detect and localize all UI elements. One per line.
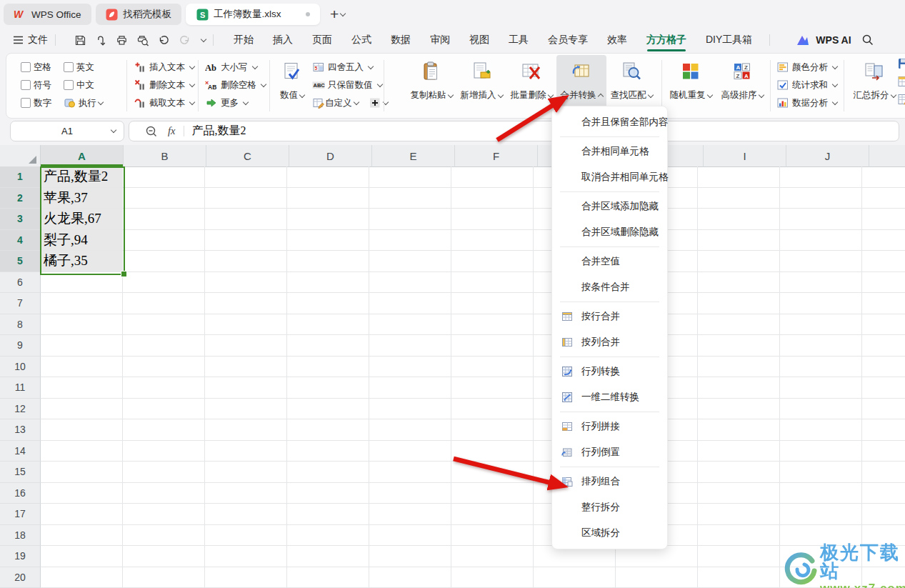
cell-A12[interactable]	[41, 399, 123, 420]
cell-J13[interactable]	[780, 419, 862, 441]
dropdown-item[interactable]: 按列合并	[552, 329, 667, 355]
cell-F9[interactable]	[451, 335, 534, 357]
insert-text-button[interactable]: 插入文本	[134, 59, 194, 75]
row-header-6[interactable]: 6	[0, 272, 41, 294]
cell-A8[interactable]	[41, 314, 123, 336]
column-header-I[interactable]: I	[704, 145, 786, 167]
cell-A5[interactable]: 橘子,35	[41, 251, 123, 272]
cell-D12[interactable]	[287, 399, 369, 420]
cell-E1[interactable]	[369, 166, 451, 188]
cell-F14[interactable]	[451, 441, 534, 462]
row-header-13[interactable]: 13	[0, 419, 41, 441]
cell-F10[interactable]	[451, 357, 534, 378]
cell-A6[interactable]	[41, 272, 123, 294]
cell-E7[interactable]	[369, 293, 451, 314]
row-header-20[interactable]: 20	[0, 567, 41, 588]
row-header-17[interactable]: 17	[0, 504, 41, 525]
dropdown-item[interactable]: 整行拆分	[552, 494, 667, 520]
dropdown-item[interactable]: 行列拼接	[552, 414, 667, 439]
export-pdf-button[interactable]	[95, 34, 107, 46]
cell-A15[interactable]	[41, 462, 123, 483]
column-header-B[interactable]: B	[124, 145, 206, 167]
cell-C11[interactable]	[205, 377, 287, 399]
menu-tab[interactable]: 页面	[312, 34, 332, 46]
cell-A14[interactable]	[41, 441, 123, 462]
name-box[interactable]: A1	[10, 121, 124, 141]
cell-E16[interactable]	[369, 483, 451, 504]
cell-K17[interactable]	[862, 504, 905, 525]
menu-tab[interactable]: 公式	[351, 34, 371, 46]
cell-F7[interactable]	[451, 293, 534, 314]
select-all-corner[interactable]	[0, 145, 41, 167]
menu-tab[interactable]: 审阅	[430, 34, 450, 46]
cell-I2[interactable]	[698, 188, 780, 209]
cell-J11[interactable]	[780, 377, 862, 399]
checkbox-number[interactable]: 数字	[21, 97, 61, 109]
cell-B17[interactable]	[123, 504, 205, 525]
cell-E15[interactable]	[369, 462, 451, 483]
cell-D2[interactable]	[287, 188, 369, 209]
cell-D1[interactable]	[287, 166, 369, 188]
cell-B3[interactable]	[123, 209, 205, 230]
cell-A13[interactable]	[41, 419, 123, 441]
cell-C8[interactable]	[205, 314, 287, 336]
cell-F19[interactable]	[451, 546, 534, 567]
dropdown-item[interactable]: 合并相同单元格	[552, 139, 667, 164]
cell-E10[interactable]	[369, 357, 451, 378]
formula-bar[interactable]: fx 产品,数量2	[129, 121, 899, 141]
delete-space-button[interactable]: ×AB删除空格	[205, 77, 266, 93]
cell-K5[interactable]	[862, 251, 905, 272]
cell-D20[interactable]	[287, 567, 369, 588]
cell-K11[interactable]	[862, 377, 905, 399]
cell-I14[interactable]	[698, 441, 780, 462]
copy-paste-button[interactable]: 复制粘贴	[406, 55, 456, 116]
dropdown-item[interactable]: 按条件合并	[552, 274, 667, 300]
cell-B7[interactable]	[123, 293, 205, 314]
cell-B19[interactable]	[123, 546, 205, 567]
menu-tab[interactable]: 开始	[234, 34, 254, 46]
dropdown-item[interactable]: 区域拆分	[552, 520, 667, 546]
row-header-2[interactable]: 2	[0, 188, 41, 209]
cell-B14[interactable]	[123, 441, 205, 462]
cell-J1[interactable]	[780, 166, 862, 188]
cell-E19[interactable]	[369, 546, 451, 567]
cell-I13[interactable]	[698, 419, 780, 441]
cell-B18[interactable]	[123, 525, 205, 547]
cell-J2[interactable]	[780, 188, 862, 209]
zoom-out-icon[interactable]	[145, 125, 158, 138]
cell-A20[interactable]	[41, 567, 123, 588]
cell-I12[interactable]	[698, 399, 780, 420]
custom-button[interactable]: 自定义	[312, 97, 359, 109]
extract-text-button[interactable]: 截取文本	[134, 95, 194, 111]
summary-split-button[interactable]: 汇总拆分	[849, 55, 899, 116]
cell-I16[interactable]	[698, 483, 780, 504]
row-header-10[interactable]: 10	[0, 357, 41, 378]
dropdown-item[interactable]: 取消合并相同单元格	[552, 164, 667, 190]
column-header-D[interactable]: D	[289, 145, 372, 167]
batch-delete-button[interactable]: 批量删除	[506, 55, 556, 116]
cell-I20[interactable]	[698, 567, 780, 588]
dropdown-item[interactable]: 合并区域添加隐藏	[552, 194, 667, 219]
column-header-A[interactable]: A	[41, 145, 124, 167]
save-button[interactable]	[74, 34, 86, 46]
cell-J10[interactable]	[780, 357, 862, 378]
cell-K9[interactable]	[862, 335, 905, 357]
cell-J12[interactable]	[780, 399, 862, 420]
cell-B10[interactable]	[123, 357, 205, 378]
add-tool-button[interactable]	[369, 97, 388, 109]
cell-B15[interactable]	[123, 462, 205, 483]
change-case-button[interactable]: Ab大小写	[205, 59, 266, 75]
cell-E12[interactable]	[369, 399, 451, 420]
tab-workbook-document[interactable]: S 工作簿数量.xlsx	[186, 4, 320, 25]
cell-F3[interactable]	[451, 209, 534, 230]
row-header-9[interactable]: 9	[0, 335, 41, 357]
tab-docer-templates[interactable]: 找稻壳模板	[96, 4, 182, 25]
cell-K14[interactable]	[862, 441, 905, 462]
delete-text-button[interactable]: 删除文本	[134, 77, 194, 93]
menu-tab[interactable]: 会员专享	[548, 34, 588, 46]
cell-I18[interactable]	[698, 525, 780, 547]
cell-E17[interactable]	[369, 504, 451, 525]
row-header-19[interactable]: 19	[0, 546, 41, 567]
cell-A1[interactable]: 产品,数量2	[41, 166, 123, 188]
row-header-11[interactable]: 11	[0, 377, 41, 399]
